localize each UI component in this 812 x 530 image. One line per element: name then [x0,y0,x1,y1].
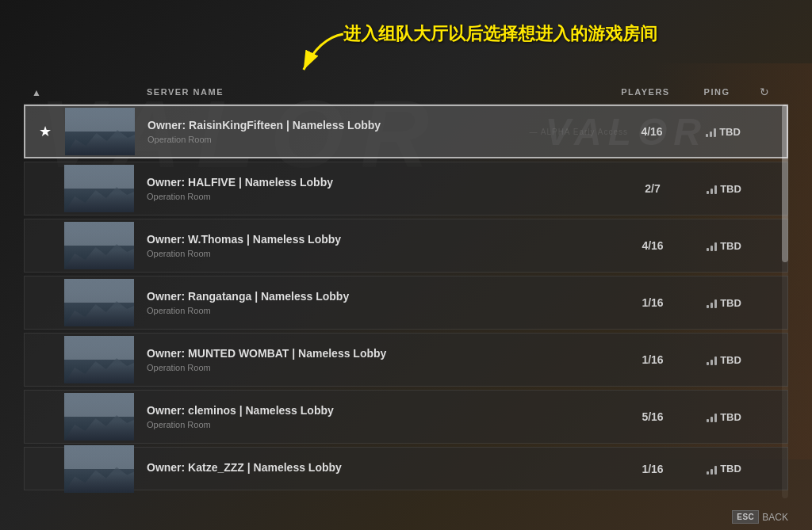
ping-bars-icon [707,463,717,475]
ping-bar-3 [714,299,717,308]
server-ping: TBD [692,463,756,475]
header-players: PLAYERS [606,87,685,97]
ping-bar-3 [714,414,717,422]
thumb-mountain [65,124,135,155]
ping-bar-3 [714,185,717,194]
server-name-text: Owner: MUNTED WOMBAT | Nameless Lobby [147,347,607,360]
server-info: Owner: Katze_ZZZ | Nameless Lobby [140,461,613,477]
ping-value: TBD [719,126,741,138]
server-row[interactable]: Owner: MUNTED WOMBAT | Nameless Lobby Op… [24,333,788,387]
sort-icon: ▲ [32,87,41,98]
back-label: BACK [762,512,788,523]
thumb-mountain [64,352,134,383]
server-players: 1/16 [613,463,692,475]
ping-bar-2 [710,303,713,308]
ping-bar-1 [707,419,709,422]
ping-value: TBD [720,183,741,195]
ping-bar-2 [710,132,712,137]
ping-bar-3 [714,242,717,251]
thumb-mountain [64,409,134,440]
ping-value: TBD [720,354,741,366]
ping-bar-1 [707,471,709,475]
server-ping: TBD [692,183,756,195]
ping-bars-icon [707,183,717,194]
server-thumbnail [64,336,134,383]
server-row[interactable]: Owner: Katze_ZZZ | Nameless Lobby 1/16 T… [24,447,788,490]
ping-bar-1 [707,305,709,308]
ping-bar-1 [707,191,709,194]
header-server-name: SERVER NAME [147,87,606,97]
server-info: Owner: HALFIVE | Nameless Lobby Operatio… [140,176,613,201]
server-thumbnail [65,108,135,155]
server-ping: TBD [692,297,756,309]
server-mode: Operation Room [147,249,607,258]
header-ping: PING [685,87,749,97]
main-container: ▲ SERVER NAME PLAYERS PING ↻ ★ Owner: Ra… [0,0,812,530]
ping-value: TBD [720,463,741,475]
server-players: 4/16 [612,125,691,138]
ping-bars-icon [707,297,717,308]
server-name-text: Owner: HALFIVE | Nameless Lobby [147,176,607,189]
server-info: Owner: W.Thomas | Nameless Lobby Operati… [140,233,613,258]
thumb-mountain [64,181,134,212]
ping-bar-3 [714,466,717,475]
refresh-icon[interactable]: ↻ [760,86,769,98]
ping-bar-1 [707,248,709,251]
thumb-mountain [64,461,134,493]
server-mode: Operation Room [147,306,607,315]
table-header: ▲ SERVER NAME PLAYERS PING ↻ [24,79,788,105]
ping-bar-3 [714,128,716,137]
ping-bar-2 [710,469,713,475]
server-thumbnail [64,279,134,326]
ping-bar-2 [710,417,713,422]
ping-bar-2 [710,360,713,365]
server-thumbnail [64,393,134,440]
scrollbar-thumb[interactable] [782,105,788,262]
thumb-sky [64,393,134,417]
scrollbar[interactable] [782,105,788,498]
server-row[interactable]: ★ Owner: RaisinKingFifteen | Nameless Lo… [24,105,788,158]
ping-value: TBD [720,240,741,252]
thumb-mountain [64,238,134,269]
refresh-button[interactable]: ↻ [749,85,780,99]
bottom-bar: ESC BACK [732,510,788,524]
server-ping: TBD [692,411,756,423]
server-name-text: Owner: Rangatanga | Nameless Lobby [147,290,607,303]
server-thumbnail [64,222,134,269]
server-row[interactable]: Owner: HALFIVE | Nameless Lobby Operatio… [24,162,788,215]
server-list: ★ Owner: RaisinKingFifteen | Nameless Lo… [24,105,788,498]
ping-bars-icon [707,354,717,365]
server-mode: Operation Room [147,135,606,144]
ping-bar-2 [710,246,713,251]
server-name-text: Owner: RaisinKingFifteen | Nameless Lobb… [147,119,606,132]
ping-bar-2 [710,189,713,194]
header-sort-col: ▲ [32,85,71,99]
thumb-sky [64,222,134,246]
server-row[interactable]: Owner: Rangatanga | Nameless Lobby Opera… [24,276,788,330]
ping-value: TBD [720,411,741,423]
server-mode: Operation Room [147,363,607,372]
thumb-sky [64,165,134,189]
server-mode: Operation Room [147,420,607,429]
favorite-star-icon: ★ [39,123,52,140]
ping-bars-icon [707,240,717,251]
server-ping: TBD [691,126,755,138]
thumb-sky [64,336,134,360]
server-thumbnail [64,445,134,493]
ping-bars-icon [706,126,716,137]
server-info: Owner: cleminos | Nameless Lobby Operati… [140,404,613,429]
server-players: 4/16 [613,239,692,252]
server-name-text: Owner: Katze_ZZZ | Nameless Lobby [147,461,607,474]
esc-badge[interactable]: ESC [732,510,759,524]
server-players: 1/16 [613,296,692,309]
server-row[interactable]: Owner: W.Thomas | Nameless Lobby Operati… [24,219,788,273]
ping-bar-3 [714,357,717,365]
server-name-text: Owner: W.Thomas | Nameless Lobby [147,233,607,246]
server-ping: TBD [692,240,756,252]
server-info: Owner: MUNTED WOMBAT | Nameless Lobby Op… [140,347,613,372]
server-row[interactable]: Owner: cleminos | Nameless Lobby Operati… [24,390,788,444]
ping-value: TBD [720,297,741,309]
server-info: Owner: RaisinKingFifteen | Nameless Lobb… [141,119,612,144]
thumb-sky [64,279,134,303]
server-players: 5/16 [613,410,692,423]
